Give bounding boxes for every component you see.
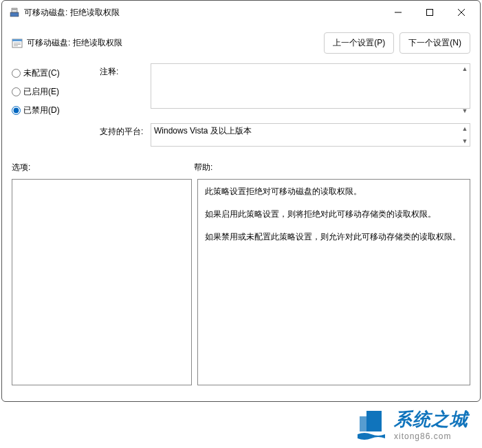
radio-disabled-input[interactable] <box>12 106 21 115</box>
minimize-button[interactable] <box>382 2 414 23</box>
supported-row: 支持的平台: Windows Vista 及以上版本 ▲ ▼ <box>2 120 480 148</box>
radio-enabled[interactable]: 已启用(E) <box>12 86 87 98</box>
nav-buttons: 上一个设置(P) 下一个设置(N) <box>324 32 470 54</box>
supported-wrap: Windows Vista 及以上版本 ▲ ▼ <box>151 123 470 147</box>
scroll-up-icon[interactable]: ▲ <box>461 125 469 133</box>
watermark-text: 系统之城 xitong86.com <box>394 407 468 441</box>
comment-column: 注释: ▲ ▼ <box>100 63 470 116</box>
svg-rect-8 <box>12 39 22 41</box>
radio-not-configured[interactable]: 未配置(C) <box>12 67 87 79</box>
radio-not-configured-input[interactable] <box>12 69 21 78</box>
close-button[interactable] <box>446 2 477 23</box>
scroll-down-icon[interactable]: ▼ <box>461 137 469 145</box>
help-panel: 此策略设置拒绝对可移动磁盘的读取权限。 如果启用此策略设置，则将拒绝对此可移动存… <box>197 179 470 385</box>
next-setting-button[interactable]: 下一个设置(N) <box>399 32 470 54</box>
radio-disabled-label: 已禁用(D) <box>23 105 60 116</box>
svg-rect-2 <box>12 9 17 10</box>
header-left: 可移动磁盘: 拒绝读取权限 <box>12 37 122 49</box>
help-paragraph: 此策略设置拒绝对可移动磁盘的读取权限。 <box>205 185 463 198</box>
svg-rect-4 <box>427 10 433 16</box>
policy-editor-window: 可移动磁盘: 拒绝读取权限 可移动磁盘: 拒绝读取权限 上一个设置(P) 下一个… <box>1 0 481 402</box>
maximize-button[interactable] <box>414 2 446 23</box>
radio-enabled-label: 已启用(E) <box>23 86 59 98</box>
comment-textarea[interactable] <box>151 63 470 109</box>
svg-rect-10 <box>14 44 21 45</box>
app-icon <box>9 7 20 18</box>
radio-disabled[interactable]: 已禁用(D) <box>12 105 87 116</box>
supported-text: Windows Vista 及以上版本 <box>151 123 470 147</box>
help-paragraph: 如果禁用或未配置此策略设置，则允许对此可移动存储类的读取权限。 <box>205 231 463 244</box>
window-controls <box>382 2 477 23</box>
svg-rect-13 <box>360 416 369 431</box>
policy-icon <box>12 38 23 49</box>
window-title: 可移动磁盘: 拒绝读取权限 <box>24 7 120 19</box>
svg-rect-0 <box>10 12 19 17</box>
radio-enabled-input[interactable] <box>12 87 21 96</box>
supported-label: 支持的平台: <box>100 123 146 147</box>
radio-not-configured-label: 未配置(C) <box>23 67 60 79</box>
options-panel <box>12 179 192 385</box>
titlebar-left: 可移动磁盘: 拒绝读取权限 <box>9 7 120 19</box>
radio-group: 未配置(C) 已启用(E) 已禁用(D) <box>12 63 87 116</box>
help-paragraph: 如果启用此策略设置，则将拒绝对此可移动存储类的读取权限。 <box>205 208 463 221</box>
policy-title: 可移动磁盘: 拒绝读取权限 <box>27 37 122 49</box>
comment-label: 注释: <box>100 63 146 116</box>
watermark: 系统之城 xitong86.com <box>354 407 468 441</box>
scroll-up-icon[interactable]: ▲ <box>461 65 469 73</box>
titlebar: 可移动磁盘: 拒绝读取权限 <box>2 1 480 24</box>
scroll-down-icon[interactable]: ▼ <box>461 107 469 115</box>
watermark-cn-text: 系统之城 <box>394 407 468 431</box>
watermark-url-text: xitong86.com <box>394 431 468 441</box>
help-label: 帮助: <box>194 162 212 173</box>
comment-wrap: ▲ ▼ <box>151 63 470 116</box>
previous-setting-button[interactable]: 上一个设置(P) <box>324 32 394 54</box>
panels-row: 此策略设置拒绝对可移动磁盘的读取权限。 如果启用此策略设置，则将拒绝对此可移动存… <box>2 175 480 395</box>
svg-rect-1 <box>12 8 17 12</box>
svg-rect-11 <box>14 45 18 46</box>
options-label: 选项: <box>12 162 194 173</box>
svg-rect-9 <box>14 43 21 43</box>
config-row: 未配置(C) 已启用(E) 已禁用(D) 注释: ▲ ▼ <box>2 59 480 120</box>
section-labels: 选项: 帮助: <box>2 148 480 175</box>
watermark-logo-icon <box>354 407 388 441</box>
header-row: 可移动磁盘: 拒绝读取权限 上一个设置(P) 下一个设置(N) <box>2 24 480 59</box>
